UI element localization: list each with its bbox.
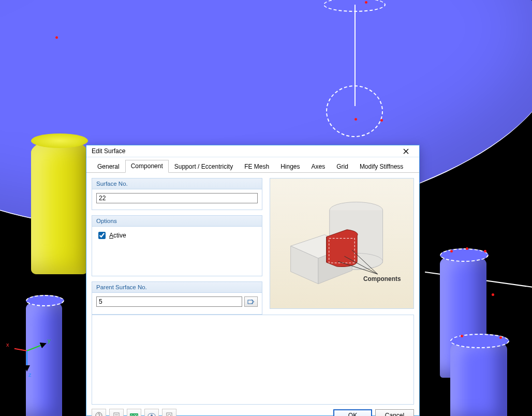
- tab-bar: General Component Support / Eccentricity…: [86, 157, 419, 173]
- tab-support-eccentricity[interactable]: Support / Eccentricity: [169, 160, 239, 173]
- close-button[interactable]: [395, 145, 416, 157]
- units-button[interactable]: 0.00: [127, 409, 141, 416]
- svg-text:0.00: 0.00: [130, 414, 138, 416]
- column[interactable]: [26, 300, 62, 416]
- tab-grid[interactable]: Grid: [331, 160, 354, 173]
- preview-pane: Components: [270, 178, 414, 309]
- help-icon: ?: [95, 412, 102, 416]
- settings-icon: [166, 412, 173, 416]
- surface-no-input[interactable]: [96, 193, 258, 203]
- svg-text:?: ?: [97, 413, 100, 416]
- parent-surface-no-input[interactable]: [96, 296, 242, 307]
- tab-component[interactable]: Component: [125, 160, 169, 173]
- ok-button[interactable]: OK: [333, 409, 372, 416]
- view-button[interactable]: [144, 409, 159, 416]
- units-icon: 0.00: [129, 412, 139, 416]
- node-dot: [484, 250, 486, 252]
- svg-line-0: [9, 348, 27, 351]
- tab-fe-mesh[interactable]: FE Mesh: [239, 160, 275, 173]
- dialog-lower-area: [92, 315, 414, 405]
- dialog-body: Surface No. Options Active Parent Surfac…: [86, 173, 419, 315]
- active-label[interactable]: Active: [109, 232, 126, 239]
- node-dot: [492, 293, 494, 296]
- tab-modify-stiffness[interactable]: Modify Stiffness: [354, 160, 409, 173]
- active-checkbox[interactable]: [98, 232, 106, 239]
- help-button[interactable]: ?: [92, 409, 106, 416]
- tab-general[interactable]: General: [92, 160, 125, 173]
- node-dot: [450, 250, 453, 252]
- close-icon: [403, 148, 409, 154]
- settings-button[interactable]: [162, 409, 176, 416]
- comment-button[interactable]: [109, 409, 124, 416]
- cancel-button[interactable]: Cancel: [375, 409, 414, 416]
- group-legend: Surface No.: [92, 179, 262, 189]
- group-legend: Options: [92, 216, 262, 227]
- active-label-text: ctive: [113, 232, 126, 239]
- column[interactable]: [450, 339, 507, 416]
- node-dot: [461, 335, 463, 337]
- group-options: Options Active: [92, 215, 262, 276]
- group-parent-surface-no: Parent Surface No.: [92, 281, 262, 315]
- node-dot: [499, 336, 502, 339]
- node-dot: [466, 247, 468, 250]
- eye-icon: [147, 412, 156, 416]
- titlebar[interactable]: Edit Surface: [86, 145, 419, 157]
- node-dot: [365, 1, 367, 4]
- node-dot: [55, 36, 58, 39]
- tab-axes[interactable]: Axes: [306, 160, 331, 173]
- pick-icon: [247, 299, 255, 305]
- note-icon: [113, 412, 120, 416]
- pick-surface-button[interactable]: [244, 296, 258, 307]
- node-dot: [380, 119, 383, 122]
- svg-text:Components: Components: [363, 275, 401, 283]
- svg-text:x: x: [6, 341, 9, 348]
- dialog-title: Edit Surface: [92, 147, 395, 155]
- group-surface-no: Surface No.: [92, 178, 262, 210]
- dialog-footer: ? 0.00 OK Cancel: [86, 409, 419, 416]
- preview-illustration: Components: [275, 184, 408, 303]
- tab-hinges[interactable]: Hinges: [275, 160, 305, 173]
- selected-column-22[interactable]: [31, 140, 88, 274]
- node-dot: [354, 118, 357, 121]
- group-legend: Parent Surface No.: [92, 282, 262, 293]
- edit-surface-dialog: Edit Surface General Component Support /…: [86, 145, 420, 416]
